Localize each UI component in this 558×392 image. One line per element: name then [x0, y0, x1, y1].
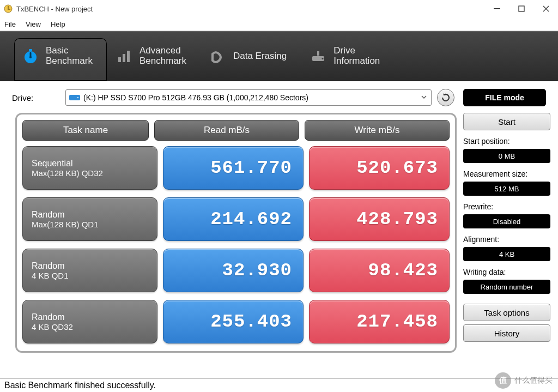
- svg-point-7: [29, 56, 32, 58]
- results-panel: Task name Read mB/s Write mB/s Sequentia…: [15, 113, 457, 353]
- read-value: 214.692: [163, 197, 304, 241]
- chevron-down-icon: [419, 93, 429, 102]
- svg-rect-1: [8, 6, 9, 9]
- status-bar: Basic Benchmark finished successfully.: [0, 378, 558, 392]
- menu-help[interactable]: Help: [51, 20, 65, 28]
- svg-rect-2: [8, 9, 10, 10]
- read-value: 32.930: [163, 249, 304, 292]
- header-read: Read mB/s: [154, 120, 299, 141]
- refresh-button[interactable]: [437, 89, 454, 106]
- task-options-button[interactable]: Task options: [463, 304, 550, 321]
- close-button[interactable]: [533, 0, 558, 17]
- result-row: Random 4 KB QD1 32.930 98.423: [22, 249, 450, 292]
- write-value: 428.793: [309, 197, 450, 241]
- start-position-label: Start position:: [463, 137, 550, 146]
- task-cell: Random 4 KB QD32: [22, 300, 157, 343]
- bars-icon: [116, 47, 133, 65]
- file-mode-button[interactable]: FILE mode: [463, 89, 546, 106]
- drive-select[interactable]: (K:) HP SSD S700 Pro 512GB 476.93 GB (1,…: [65, 89, 432, 106]
- prewrite-label: Prewrite:: [463, 202, 550, 211]
- tab-advanced-benchmark[interactable]: Advanced Benchmark: [108, 38, 201, 81]
- svg-rect-6: [29, 49, 32, 51]
- tab-label: Benchmark: [46, 56, 93, 66]
- erase-icon: [209, 47, 227, 65]
- start-button[interactable]: Start: [463, 113, 550, 130]
- alignment-label: Alignment:: [463, 235, 550, 244]
- svg-rect-4: [519, 6, 524, 11]
- header-write: Write mB/s: [305, 120, 450, 141]
- measurement-size-label: Measurement size:: [463, 170, 550, 178]
- menu-file[interactable]: File: [4, 20, 16, 28]
- write-value: 98.423: [309, 249, 450, 292]
- minimize-button[interactable]: [484, 0, 509, 17]
- history-button[interactable]: History: [463, 324, 550, 342]
- read-value: 561.770: [163, 146, 304, 190]
- start-position-value[interactable]: 0 MB: [463, 149, 550, 163]
- drive-value: (K:) HP SSD S700 Pro 512GB 476.93 GB (1,…: [83, 93, 308, 102]
- tab-label: Advanced: [140, 45, 181, 56]
- tab-label: Data Erasing: [233, 51, 287, 62]
- write-value: 217.458: [309, 300, 450, 343]
- refresh-icon: [441, 93, 451, 102]
- maximize-button[interactable]: [509, 0, 533, 17]
- result-row: Sequential Max(128 KB) QD32 561.770 520.…: [22, 146, 450, 190]
- prewrite-value[interactable]: Disabled: [463, 214, 550, 228]
- svg-rect-8: [118, 57, 121, 62]
- alignment-value[interactable]: 4 KB: [463, 247, 550, 261]
- writing-data-value[interactable]: Random number: [463, 280, 550, 294]
- menu-view[interactable]: View: [26, 20, 41, 28]
- result-row: Random Max(128 KB) QD1 214.692 428.793: [22, 197, 450, 241]
- hdd-icon: [69, 93, 80, 103]
- drive-label: Drive:: [12, 93, 60, 102]
- svg-rect-9: [123, 54, 125, 62]
- tab-label: Drive: [333, 45, 355, 56]
- header-task: Task name: [22, 120, 149, 141]
- tab-label: Benchmark: [140, 56, 186, 66]
- svg-point-15: [77, 97, 78, 98]
- svg-rect-3: [494, 8, 500, 9]
- result-row: Random 4 KB QD32 255.403 217.458: [22, 300, 450, 343]
- measurement-size-value[interactable]: 512 MB: [463, 182, 550, 196]
- task-cell: Random Max(128 KB) QD1: [22, 197, 157, 241]
- tab-label: Information: [333, 56, 380, 66]
- window-title: TxBENCH - New project: [16, 5, 484, 13]
- write-value: 520.673: [309, 146, 450, 190]
- read-value: 255.403: [163, 300, 304, 343]
- tab-drive-information[interactable]: Drive Information: [302, 38, 394, 81]
- svg-rect-10: [127, 51, 130, 62]
- task-cell: Random 4 KB QD1: [22, 249, 157, 292]
- tab-label: Basic: [46, 45, 69, 56]
- writing-data-label: Writing data:: [463, 268, 550, 276]
- task-cell: Sequential Max(128 KB) QD32: [22, 146, 157, 190]
- watermark: 值 什么值得买: [495, 372, 553, 389]
- stopwatch-icon: [22, 47, 39, 65]
- svg-rect-13: [317, 51, 319, 56]
- tab-basic-benchmark[interactable]: Basic Benchmark: [14, 38, 107, 81]
- drive-icon: [310, 47, 327, 65]
- tab-data-erasing[interactable]: Data Erasing: [202, 38, 301, 81]
- svg-point-12: [322, 58, 324, 59]
- app-icon: [3, 4, 13, 14]
